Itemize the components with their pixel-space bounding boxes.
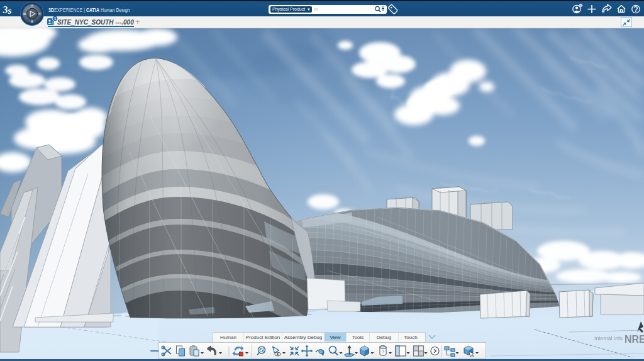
svg-text:3D: 3D [23, 13, 26, 16]
svg-text:1: 1 [54, 16, 57, 21]
svg-text:+: + [31, 3, 33, 7]
svg-text:Internal Info: Internal Info [594, 335, 623, 342]
svg-text:NRE: NRE [625, 334, 644, 345]
svg-text:?: ? [382, 349, 385, 355]
